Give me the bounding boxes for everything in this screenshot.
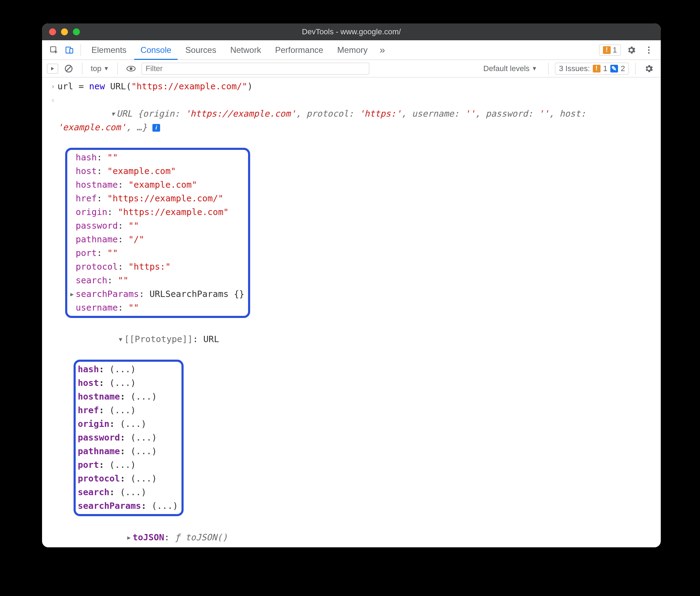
more-tabs-icon[interactable]: » <box>375 43 389 57</box>
divider <box>548 63 549 75</box>
prototype-row[interactable]: ▾[[Prototype]]: URL <box>65 319 656 360</box>
svg-point-8 <box>130 67 132 70</box>
tab-elements[interactable]: Elements <box>85 40 133 60</box>
prototype-getter-row[interactable]: origin: (...) <box>78 417 178 431</box>
warning-icon: ! <box>603 46 611 54</box>
prototype-getter-row[interactable]: href: (...) <box>78 403 178 417</box>
console-messages[interactable]: › url = new URL("https://example.com/") … <box>42 77 661 547</box>
prototype-getter-row[interactable]: pathname: (...) <box>78 444 178 458</box>
property-row[interactable]: host: "example.com" <box>69 164 245 178</box>
traffic-lights <box>49 28 80 35</box>
warning-count: 1 <box>613 46 617 55</box>
tab-console[interactable]: Console <box>134 40 178 60</box>
console-input-row: › url = new URL("https://example.com/") <box>48 79 661 93</box>
expand-triangle-icon[interactable]: ▾ <box>110 107 117 120</box>
own-properties-list: hash: "" host: "example.com" hostname: "… <box>69 151 245 287</box>
issues-label: 3 Issues: <box>559 64 590 73</box>
tojson-row[interactable]: ▸toJSON: ƒ toJSON() <box>74 517 656 547</box>
own-properties-highlight: hash: "" host: "example.com" hostname: "… <box>65 148 250 318</box>
live-expression-icon[interactable] <box>124 62 138 76</box>
kebab-menu-icon[interactable] <box>642 43 656 57</box>
execution-context-selector[interactable]: top ▼ <box>89 64 111 73</box>
log-levels-selector[interactable]: Default levels ▼ <box>481 64 542 73</box>
prototype-getter-row[interactable]: searchParams: (...) <box>78 499 178 513</box>
divider <box>82 63 82 75</box>
divider <box>81 44 81 56</box>
prototype-getters-highlight: hash: (...)host: (...)hostname: (...)hre… <box>74 360 184 516</box>
info-badge-icon[interactable]: i <box>152 124 160 132</box>
console-filter-input[interactable] <box>142 63 369 75</box>
expand-triangle-icon[interactable]: ▾ <box>118 332 124 346</box>
property-row[interactable]: origin: "https://example.com" <box>69 205 245 219</box>
console-settings-gear-icon[interactable] <box>642 62 656 76</box>
svg-rect-2 <box>70 48 73 53</box>
property-row[interactable]: username: "" <box>69 301 245 314</box>
window-title: DevTools - www.google.com/ <box>42 27 661 36</box>
search-params-row[interactable]: ▸searchParams: URLSearchParams {} <box>69 287 245 301</box>
property-row[interactable]: protocol: "https:" <box>69 260 245 273</box>
zoom-window-dot[interactable] <box>73 28 80 35</box>
tab-memory[interactable]: Memory <box>331 40 374 60</box>
console-warning-badge[interactable]: ! 1 <box>599 44 621 56</box>
svg-point-3 <box>648 46 650 48</box>
titlebar: DevTools - www.google.com/ <box>42 23 661 40</box>
prompt-icon: › <box>48 79 57 93</box>
divider <box>635 63 636 75</box>
divider <box>117 63 118 75</box>
expand-triangle-icon[interactable]: ▸ <box>69 287 76 301</box>
inspect-element-icon[interactable] <box>47 43 61 57</box>
issues-info-count: 2 <box>621 64 625 73</box>
prototype-getter-row[interactable]: search: (...) <box>78 485 178 499</box>
close-window-dot[interactable] <box>49 28 56 35</box>
issues-warn-count: 1 <box>603 64 608 73</box>
prototype-getter-row[interactable]: host: (...) <box>78 376 178 390</box>
prototype-getter-row[interactable]: hostname: (...) <box>78 390 178 403</box>
clear-console-icon[interactable] <box>62 62 76 76</box>
minimize-window-dot[interactable] <box>61 28 68 35</box>
prototype-getter-row[interactable]: port: (...) <box>78 458 178 472</box>
result-icon: ‹ <box>48 93 57 107</box>
toggle-device-icon[interactable] <box>62 43 76 57</box>
prototype-getter-row[interactable]: password: (...) <box>78 431 178 444</box>
info-icon: ✎ <box>610 65 618 72</box>
svg-point-5 <box>648 52 650 54</box>
panel-tabs: Elements Console Sources Network Perform… <box>42 40 661 60</box>
tab-network[interactable]: Network <box>224 40 267 60</box>
issues-pill[interactable]: 3 Issues: ! 1 ✎ 2 <box>555 63 629 75</box>
svg-point-4 <box>648 49 650 51</box>
prototype-getter-row[interactable]: protocol: (...) <box>78 472 178 485</box>
property-row[interactable]: hash: "" <box>69 151 245 164</box>
property-row[interactable]: pathname: "/" <box>69 233 245 246</box>
devtools-window: DevTools - www.google.com/ Elements Cons… <box>42 23 661 547</box>
settings-gear-icon[interactable] <box>624 43 638 57</box>
tab-performance[interactable]: Performance <box>269 40 329 60</box>
tab-sources[interactable]: Sources <box>179 40 222 60</box>
property-row[interactable]: port: "" <box>69 246 245 260</box>
console-result-row[interactable]: ‹ ▾URL {origin: 'https://example.com', p… <box>48 93 661 547</box>
result-content: ▾URL {origin: 'https://example.com', pro… <box>57 93 661 547</box>
console-toolbar: top ▼ Default levels ▼ 3 Issues: ! 1 ✎ 2 <box>42 60 661 77</box>
expand-triangle-icon[interactable]: ▸ <box>126 531 133 544</box>
chevron-down-icon: ▼ <box>104 65 109 72</box>
prototype-getter-row[interactable]: hash: (...) <box>78 362 178 376</box>
property-row[interactable]: search: "" <box>69 273 245 287</box>
chevron-down-icon: ▼ <box>532 65 537 72</box>
property-row[interactable]: href: "https://example.com/" <box>69 192 245 205</box>
context-label: top <box>91 64 102 73</box>
property-row[interactable]: password: "" <box>69 219 245 233</box>
prototype-getters-list: hash: (...)host: (...)hostname: (...)hre… <box>78 362 178 513</box>
levels-label: Default levels <box>483 64 530 73</box>
toolbar-right: ! 1 <box>599 43 656 57</box>
property-row[interactable]: hostname: "example.com" <box>69 178 245 192</box>
console-input-code: url = new URL("https://example.com/") <box>57 79 661 93</box>
warning-icon: ! <box>593 65 601 72</box>
show-sidebar-icon[interactable] <box>47 64 58 74</box>
